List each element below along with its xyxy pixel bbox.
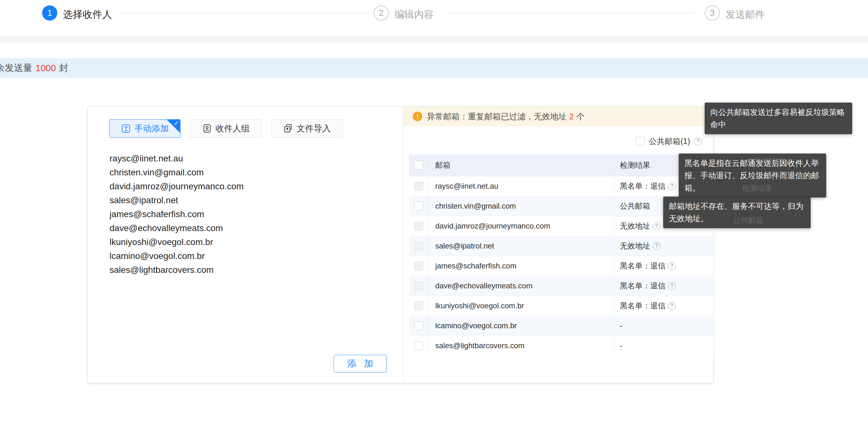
- result-text: 黑名单：退信: [620, 261, 665, 271]
- row-email: sales@lightbarcovers.com: [429, 336, 614, 356]
- email-line[interactable]: james@schaferfish.com: [110, 207, 382, 221]
- result-text: 公共邮箱: [620, 201, 650, 211]
- file-import-icon: [283, 124, 293, 133]
- row-result: 黑名单：退信?: [614, 296, 714, 315]
- ghost-text: 公共邮箱: [733, 214, 763, 227]
- email-line[interactable]: sales@lightbarcovers.com: [110, 263, 382, 277]
- row-result: 无效地址?: [614, 236, 714, 256]
- row-email: james@schaferfish.com: [429, 256, 614, 276]
- row-checkbox[interactable]: [414, 341, 423, 350]
- table-row: lkuniyoshi@voegol.com.br黑名单：退信?: [409, 296, 714, 316]
- blacklist-tooltip-text: 黑名单是指在云邮通发送后因收件人举报、手动退订、反垃圾邮件而退信的邮箱。: [684, 158, 819, 192]
- public-mailbox-help-icon[interactable]: ?: [694, 138, 702, 145]
- row-checkbox: [414, 242, 423, 250]
- table-row: dave@echovalleymeats.com黑名单：退信?: [409, 276, 714, 296]
- step-connector: [118, 13, 369, 13]
- abnormal-mailbox-warning: ! 异常邮箱：重复邮箱已过滤，无效地址 2 个: [403, 107, 713, 126]
- row-check-cell: [409, 296, 429, 315]
- section-divider-strip: [0, 35, 868, 42]
- row-check-cell: [409, 176, 429, 196]
- email-input-area[interactable]: raysc@iinet.net.auchristen.vin@gmail.com…: [110, 152, 382, 277]
- step-1-label: 选择收件人: [63, 8, 112, 21]
- step-3-circle: 3: [705, 5, 720, 21]
- row-email: lcamino@voegol.com.br: [429, 316, 614, 335]
- add-method-tabs: 手动添加 ✓ 收件人组 文件导入: [110, 119, 342, 138]
- row-email: dave@echovalleymeats.com: [429, 276, 614, 296]
- result-help-icon[interactable]: ?: [668, 302, 676, 310]
- email-line[interactable]: christen.vin@gmail.com: [110, 166, 382, 179]
- step-wizard: 1 选择收件人 2 编辑内容 3 发送邮件: [0, 0, 868, 35]
- row-email: david.jamroz@journeymanco.com: [429, 216, 614, 236]
- email-line[interactable]: dave@echovalleymeats.com: [110, 221, 382, 235]
- result-text: -: [620, 341, 622, 350]
- row-email: sales@ipatrol.net: [429, 236, 614, 256]
- row-check-cell: [409, 336, 429, 356]
- row-result: 黑名单：退信?: [614, 256, 714, 276]
- row-result: 黑名单：退信?: [614, 276, 714, 296]
- row-checkbox: [414, 221, 423, 231]
- table-row: raysc@iinet.net.au黑名单：退信?: [409, 176, 714, 196]
- warning-icon: !: [413, 112, 422, 121]
- email-line[interactable]: lcamino@voegol.com.br: [110, 249, 382, 263]
- blacklist-tooltip: 黑名单是指在云邮通发送后因收件人举报、手动退订、反垃圾邮件而退信的邮箱。 公共邮…: [679, 153, 826, 198]
- table-row: sales@lightbarcovers.com-: [409, 336, 714, 356]
- result-help-icon[interactable]: ?: [653, 242, 661, 250]
- header-email: 邮箱: [429, 154, 614, 176]
- result-text: 黑名单：退信: [620, 281, 665, 291]
- result-help-icon[interactable]: ?: [668, 182, 676, 190]
- send-quota-bar: 余发送量 1000 封: [0, 58, 868, 78]
- header-check-cell: [409, 154, 429, 176]
- result-help-icon[interactable]: ?: [653, 222, 661, 230]
- add-button[interactable]: 添 加: [334, 355, 387, 372]
- active-tab-check-icon: ✓: [174, 119, 179, 127]
- quota-label: 余发送量: [0, 62, 32, 74]
- result-text: 黑名单：退信: [620, 181, 665, 191]
- invalid-tooltip-text: 邮箱地址不存在、服务不可达等，归为无效地址。: [669, 202, 803, 223]
- row-email: christen.vin@gmail.com: [429, 196, 614, 216]
- invalid-count: 2: [569, 112, 574, 122]
- result-text: 无效地址: [620, 221, 650, 231]
- result-help-icon[interactable]: ?: [668, 262, 676, 270]
- row-email: raysc@iinet.net.au: [429, 176, 614, 196]
- email-line[interactable]: sales@ipatrol.net: [110, 193, 382, 207]
- tab-recipient-group[interactable]: 收件人组: [191, 119, 261, 138]
- tab-file-import[interactable]: 文件导入: [272, 119, 342, 138]
- invalid-address-tooltip: 邮箱地址不存在、服务不可达等，归为无效地址。 公共邮箱: [663, 197, 811, 228]
- quota-value: 1000: [35, 63, 56, 73]
- row-checkbox: [414, 301, 423, 310]
- result-text: 无效地址: [620, 241, 650, 251]
- ghost-text: 检测结果: [742, 182, 772, 194]
- result-help-icon[interactable]: ?: [668, 282, 676, 290]
- row-checkbox[interactable]: [414, 321, 423, 330]
- row-email: lkuniyoshi@voegol.com.br: [429, 296, 614, 315]
- public-mailbox-checkbox[interactable]: [636, 137, 645, 146]
- row-check-cell: [409, 216, 429, 236]
- table-header-row: 邮箱 检测结果: [409, 154, 714, 176]
- row-check-cell: [409, 196, 429, 216]
- warning-text: 异常邮箱：重复邮箱已过滤，无效地址: [427, 111, 567, 122]
- warning-text-suffix: 个: [576, 111, 584, 122]
- step-2-circle: 2: [374, 5, 389, 21]
- tab-manual-add[interactable]: 手动添加 ✓: [110, 119, 180, 138]
- recipient-group-icon: [202, 124, 212, 133]
- quota-unit: 封: [59, 62, 68, 74]
- row-check-cell: [409, 316, 429, 335]
- email-line[interactable]: david.jamroz@journeymanco.com: [110, 179, 382, 193]
- email-line[interactable]: raysc@iinet.net.au: [110, 152, 382, 166]
- row-result: -: [614, 336, 714, 356]
- row-check-cell: [409, 276, 429, 296]
- row-checkbox: [414, 281, 423, 290]
- manual-add-icon: [121, 124, 131, 133]
- row-check-cell: [409, 236, 429, 256]
- row-checkbox[interactable]: [414, 202, 423, 210]
- table-row: james@schaferfish.com黑名单：退信?: [409, 256, 714, 276]
- tab-recipient-group-label: 收件人组: [216, 123, 250, 134]
- row-check-cell: [409, 256, 429, 276]
- result-text: 黑名单：退信: [620, 301, 665, 311]
- result-text: -: [620, 321, 622, 330]
- detection-result-section: ! 异常邮箱：重复邮箱已过滤，无效地址 2 个 公共邮箱(1) ? 邮箱 检测结…: [403, 107, 713, 383]
- step-connector: [446, 13, 695, 13]
- select-all-checkbox[interactable]: [414, 161, 423, 170]
- row-checkbox: [414, 262, 423, 270]
- email-line[interactable]: lkuniyoshi@voegol.com.br: [110, 235, 382, 249]
